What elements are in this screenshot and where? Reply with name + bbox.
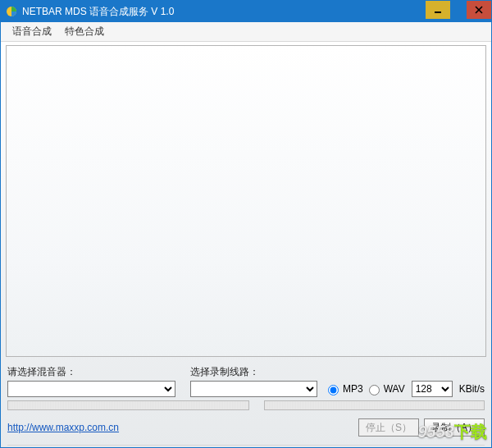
format-radio-group: MP3 WAV [324,382,405,395]
svg-rect-1 [435,11,441,13]
title-bar: NETBAR MDS 语音合成服务 V 1.0 [1,1,491,22]
mixer-progress [7,400,249,410]
bitrate-select[interactable]: 128 [412,381,453,397]
menu-special-synthesis[interactable]: 特色合成 [58,23,111,40]
app-window: NETBAR MDS 语音合成服务 V 1.0 语音合成 特色合成 请选择混音器… [0,0,492,448]
bitrate-unit: KBit/s [459,383,485,395]
app-icon [6,6,17,17]
close-button[interactable] [467,1,491,19]
radio-wav[interactable]: WAV [365,382,405,395]
website-link[interactable]: http://www.maxxp.com.cn [7,422,119,433]
radio-wav-input[interactable] [369,385,380,395]
window-title: NETBAR MDS 语音合成服务 V 1.0 [22,5,174,19]
bottom-divider [7,445,485,446]
menu-bar: 语音合成 特色合成 [1,22,491,42]
record-button[interactable]: 录制（A） [424,418,485,437]
stop-button[interactable]: 停止（S） [358,418,419,437]
radio-mp3-input[interactable] [328,385,339,395]
bottom-row: http://www.maxxp.com.cn 停止（S） 录制（A） [1,412,491,443]
recording-line-select[interactable] [190,381,317,397]
minimize-button[interactable] [426,1,450,19]
menu-speech-synthesis[interactable]: 语音合成 [6,23,58,40]
controls-panel: 请选择混音器： 选择录制线路： MP3 [1,362,491,412]
mixer-select[interactable] [7,381,175,397]
line-label: 选择录制线路： [190,365,485,379]
radio-mp3[interactable]: MP3 [324,382,363,395]
client-area: 请选择混音器： 选择录制线路： MP3 [1,42,491,447]
text-input-area[interactable] [6,45,486,357]
mixer-label: 请选择混音器： [7,365,175,379]
line-progress [264,400,485,410]
